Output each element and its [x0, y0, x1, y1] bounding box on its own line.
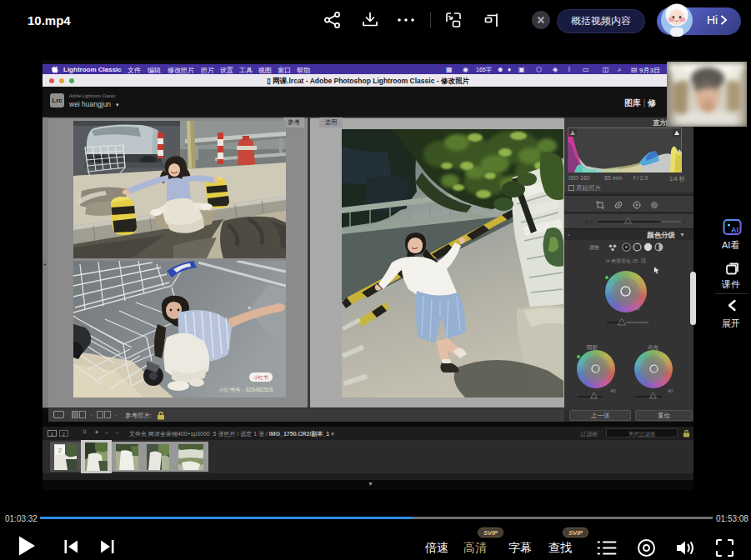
svg-text:小红书: 小红书 — [253, 374, 268, 380]
svg-text:AI: AI — [731, 226, 738, 234]
svg-text:小红书号：826482528: 小红书号：826482528 — [218, 387, 273, 392]
svg-text:2: 2 — [58, 447, 63, 454]
